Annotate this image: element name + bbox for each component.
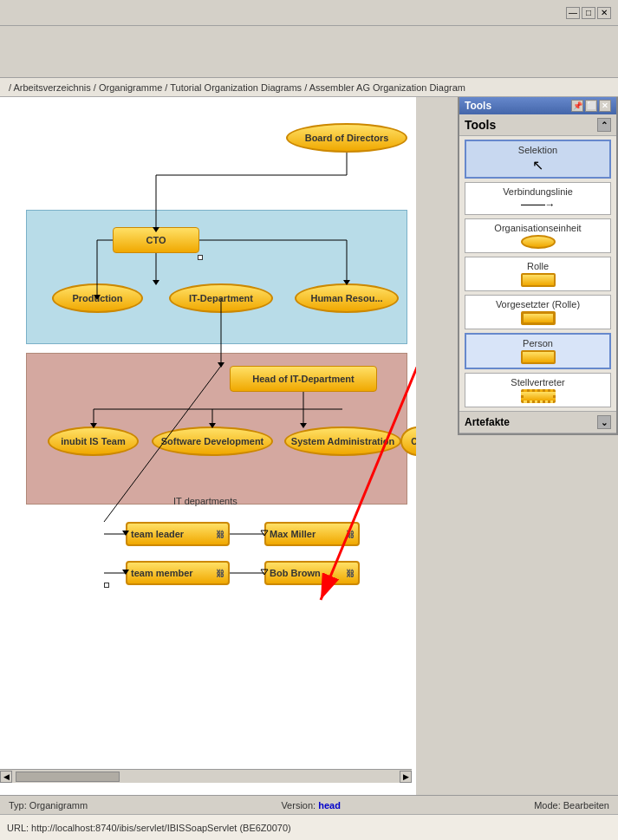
tools-collapse-btn[interactable]: ⌃ [597,118,611,132]
inubit-label: inubit IS Team [61,436,125,446]
board-of-directors-node[interactable]: Board of Directors [286,123,407,153]
cto-node[interactable]: CTO [113,227,199,253]
rolle-label: Rolle [527,261,549,271]
artefakte-collapse-btn[interactable]: ⌄ [597,415,611,429]
link-icon-3: ⛓ [216,569,224,578]
tool-person[interactable]: Person [465,333,611,369]
tools-float-btn[interactable]: ⬜ [585,100,597,112]
it-depts-label: IT departments [173,496,237,506]
url-bar: URL: http://localhost:8740/ibis/servlet/… [0,814,618,840]
vorgesetzter-label: Vorgesetzter (Rolle) [496,299,580,309]
max-miller-node[interactable]: Max Miller ⛓ [264,522,360,546]
sys-admin-node[interactable]: System Administration [284,427,401,456]
max-miller-label: Max Miller [270,529,316,539]
minimize-button[interactable]: — [566,7,580,19]
ellipse-icon [521,235,556,249]
version-label: Version: [281,800,316,811]
typ-value: Organigramm [29,800,88,811]
scroll-thumb[interactable] [16,772,120,782]
person-label: Person [523,338,553,348]
cursor-icon: ↖ [532,157,543,173]
team-leader-label: team leader [131,529,184,539]
sw-dev-node[interactable]: Software Development [152,427,273,456]
tools-close-panel-btn[interactable]: ✕ [599,100,611,112]
mode-label: Mode: [534,800,561,811]
artefakte-section: Artefakte ⌄ [459,411,616,433]
artefakte-label: Artefakte [465,416,510,428]
team-leader-node[interactable]: team leader ⛓ [126,522,230,546]
maximize-button[interactable]: □ [582,7,595,19]
tool-verbindung[interactable]: Verbindungslinie → [465,182,611,215]
tool-rolle[interactable]: Rolle [465,257,611,291]
other-label: C... [411,437,416,446]
window-chrome: — □ ✕ [0,0,618,26]
team-member-node[interactable]: team member ⛓ [126,561,230,585]
human-res-node[interactable]: Human Resou... [295,283,399,313]
tools-title-row: Tools ⌃ [459,114,616,136]
human-res-label: Human Resou... [310,293,382,303]
head-it-label: Head of IT-Department [252,374,354,384]
tools-panel: Tools 📌 ⬜ ✕ Tools ⌃ Selektion ↖ Verbindu… [458,97,618,435]
link-icon-4: ⛓ [346,569,355,578]
tools-panel-header: Tools 📌 ⬜ ✕ [459,97,616,114]
tools-pin-btn[interactable]: 📌 [571,100,583,112]
sys-admin-label: System Administration [291,436,394,446]
org-label: Organisationseinheit [494,223,581,233]
typ-label: Typ: [9,800,27,811]
arrow-icon: → [521,199,556,211]
sel-handle-bottom [104,583,109,588]
sw-dev-label: Software Development [161,436,264,446]
board-label: Board of Directors [305,133,389,143]
verbindung-label: Verbindungslinie [503,186,573,197]
version-value: head [318,800,341,811]
scroll-left-btn[interactable]: ◀ [0,771,12,783]
inubit-node[interactable]: inubit IS Team [48,427,139,456]
production-label: Production [72,293,122,303]
toolbar-area [0,26,618,78]
url-text: URL: http://localhost:8740/ibis/servlet/… [7,823,291,833]
breadcrumb-text: / Arbeitsverzeichnis / Organigramme / Tu… [9,82,465,93]
stellvertreter-label: Stellvertreter [511,377,564,387]
bob-brown-label: Bob Brown [270,568,321,578]
close-button[interactable]: ✕ [597,7,611,19]
head-it-node[interactable]: Head of IT-Department [230,366,377,392]
mode-value: Bearbeiten [563,800,609,811]
tool-org[interactable]: Organisationseinheit [465,218,611,253]
it-dept-label: IT-Department [189,293,253,303]
status-bar: Typ: Organigramm Version: head Mode: Bea… [0,795,618,814]
tools-panel-title: Tools [465,100,491,112]
main-area: Board of Directors CTO Production IT-Dep… [0,97,618,797]
horizontal-scrollbar[interactable]: ◀ ▶ [0,769,412,783]
sel-handle [198,255,203,260]
rect-icon [521,273,556,287]
link-icon-2: ⛓ [346,530,355,539]
selektion-label: Selektion [518,145,557,155]
team-member-label: team member [131,568,193,578]
bob-brown-node[interactable]: Bob Brown ⛓ [264,561,360,585]
it-dept-node[interactable]: IT-Department [169,283,273,313]
production-node[interactable]: Production [52,283,143,313]
tool-selektion[interactable]: Selektion ↖ [465,140,611,179]
link-icon-1: ⛓ [216,530,224,539]
artefakte-title-bar: Artefakte ⌄ [459,412,616,433]
breadcrumb: / Arbeitsverzeichnis / Organigramme / Tu… [0,78,618,97]
tool-stellvertreter[interactable]: Stellvertreter [465,373,611,407]
section-blue [26,210,407,344]
person-icon [521,350,556,364]
tool-vorgesetzter[interactable]: Vorgesetzter (Rolle) [465,295,611,329]
tools-header-icons: 📌 ⬜ ✕ [571,100,611,112]
deputy-icon [521,389,556,403]
tools-section-title: Tools [465,118,496,132]
scroll-right-btn[interactable]: ▶ [400,771,412,783]
diagram-canvas[interactable]: Board of Directors CTO Production IT-Dep… [0,97,416,797]
double-rect-icon [521,311,556,325]
cto-label: CTO [146,235,166,245]
